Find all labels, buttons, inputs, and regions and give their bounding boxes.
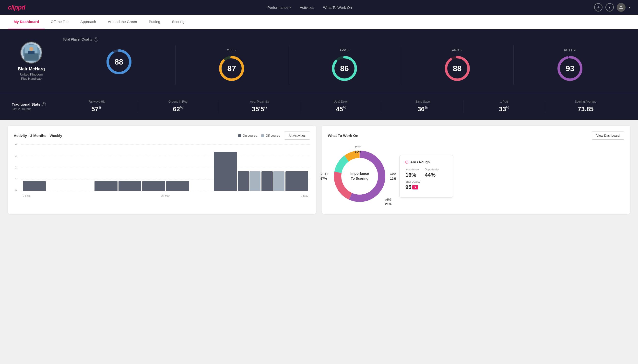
info-row-bottom: Shot Quality 95 ▼ — [405, 180, 447, 190]
legend-dot-oncourse — [238, 134, 241, 137]
bar-oncourse-5 — [142, 181, 165, 191]
app-logo: clippd — [8, 4, 25, 11]
nav-links: Performance ▾ Activities What To Work On — [267, 6, 352, 10]
wtwo-header: What To Work On View Dashboard — [328, 132, 624, 140]
player-name: Blair McHarg — [18, 66, 45, 72]
donut-label-arg: ARG 21% — [385, 197, 391, 206]
activity-bar-chart: 4 3 2 1 0 7 Feb 28 Mar 9 May — [14, 144, 310, 198]
legend-off-course: Off course — [261, 134, 280, 138]
bar-group-0 — [23, 181, 46, 191]
add-button[interactable]: + — [594, 3, 602, 12]
bar-oncourse-6 — [166, 181, 189, 191]
stat-val-sandsave: 36% — [386, 105, 459, 113]
stat-name-gir: Greens In Reg — [141, 100, 215, 104]
grid-label-1: 1 — [15, 178, 17, 180]
info-importance: Importance 16% — [405, 168, 419, 178]
stat-one-putt: 1 Putt 33% — [464, 100, 545, 113]
tab-around-the-green[interactable]: Around the Green — [102, 15, 143, 29]
nav-activities[interactable]: Activities — [300, 6, 314, 10]
player-country: United Kingdom — [20, 72, 43, 76]
ring-putt: 93 — [556, 55, 583, 82]
putt-trend-icon: ↗ — [573, 49, 576, 52]
score-value-arg: 88 — [453, 64, 462, 73]
info-shot-quality: Shot Quality 95 ▼ — [405, 180, 420, 190]
wtwo-content: ImportanceTo Scoring OTT 10% APP 12% ARG… — [328, 144, 624, 208]
ring-arg: 88 — [444, 55, 471, 82]
stat-name-scoringavg: Scoring Average — [549, 100, 622, 104]
stat-val-proximity: 35'5" — [223, 105, 296, 113]
score-card-app: APP ↗ 86 — [288, 46, 401, 85]
nav-dropdown-icon[interactable]: ▾ — [605, 3, 614, 12]
grid-label-4: 4 — [15, 143, 17, 146]
nav-what-to-work-on[interactable]: What To Work On — [323, 6, 352, 10]
activity-chart-title: Activity - 3 Months - Weekly — [14, 134, 62, 138]
bar-empty-2 — [71, 190, 94, 191]
score-card-arg: ARG ↗ 88 — [401, 46, 514, 85]
score-card-ott: OTT ↗ 87 — [175, 46, 288, 85]
bar-oncourse-3 — [95, 181, 117, 191]
activity-chart-header: Activity - 3 Months - Weekly On course O… — [14, 132, 310, 140]
importance-value: 16% — [405, 172, 419, 178]
shot-quality-value: 95 ▼ — [405, 184, 420, 190]
all-activities-button[interactable]: All Activities — [284, 132, 310, 140]
donut-chart-wrapper: ImportanceTo Scoring OTT 10% APP 12% ARG… — [328, 144, 391, 208]
tab-my-dashboard[interactable]: My Dashboard — [8, 15, 45, 29]
bar-group-11 — [285, 171, 308, 191]
opportunity-label: Opportunity — [425, 168, 439, 171]
stat-up-and-down: Up & Down 45% — [300, 100, 382, 113]
activity-chart-card: Activity - 3 Months - Weekly On course O… — [8, 126, 316, 214]
score-value-app: 86 — [340, 64, 349, 73]
stat-val-oneputt: 33% — [467, 105, 541, 113]
tpq-label: Total Player Quality ? — [63, 37, 626, 42]
x-label-may: 9 May — [301, 194, 308, 197]
tab-putting[interactable]: Putting — [143, 15, 166, 29]
stat-fairways-hit: Fairways Hit 57% — [56, 100, 137, 113]
tab-approach[interactable]: Approach — [74, 15, 102, 29]
stat-app-proximity: App. Proximity 35'5" — [219, 100, 300, 113]
score-label-arg: ARG ↗ — [452, 48, 462, 52]
ring-total: 88 — [106, 48, 132, 75]
score-label-ott: OTT ↗ — [227, 48, 237, 52]
tab-scoring[interactable]: Scoring — [166, 15, 190, 29]
bar-oncourse-0 — [23, 181, 46, 191]
importance-label: Importance — [405, 168, 419, 171]
info-opportunity: Opportunity 44% — [425, 168, 439, 178]
bar-group-1 — [47, 190, 70, 191]
help-icon[interactable]: ? — [94, 37, 98, 42]
stat-items: Fairways Hit 57% Greens In Reg 62% App. … — [56, 100, 626, 113]
score-cards: 88 OTT ↗ 87 APP — [63, 46, 626, 85]
nav-right: + ▾ ▾ — [594, 3, 630, 12]
bar-group-8 — [214, 152, 237, 191]
x-axis-labels: 7 Feb 28 Mar 9 May — [21, 194, 310, 197]
wtwo-title: What To Work On — [328, 134, 358, 138]
stat-val-gir: 62% — [141, 105, 215, 113]
score-value-ott: 87 — [228, 64, 236, 73]
donut-label-putt: PUTT 57% — [320, 172, 328, 181]
trad-stats-label: Traditional Stats ? — [12, 102, 56, 106]
view-dashboard-button[interactable]: View Dashboard — [592, 132, 624, 140]
user-profile-button[interactable] — [617, 3, 625, 12]
bar-oncourse-4 — [118, 181, 141, 191]
legend-dot-offcourse — [261, 134, 264, 137]
activity-legend: On course Off course — [238, 134, 280, 138]
user-menu-chevron[interactable]: ▾ — [628, 6, 630, 9]
score-label-putt: PUTT ↗ — [564, 48, 576, 52]
score-value-total: 88 — [115, 58, 123, 66]
score-card-total: 88 — [63, 46, 175, 85]
bar-group-10 — [262, 171, 284, 191]
grid-label-3: 3 — [15, 154, 17, 157]
shot-quality-label: Shot Quality — [405, 180, 420, 183]
x-label-mar: 28 Mar — [161, 194, 169, 197]
stat-greens-in-reg: Greens In Reg 62% — [137, 100, 219, 113]
chevron-down-icon: ▾ — [289, 6, 291, 9]
bar-empty-1 — [47, 190, 70, 191]
scores-section: Total Player Quality ? 88 OTT ↗ — [63, 37, 626, 85]
app-trend-icon: ↗ — [347, 49, 349, 52]
stat-val-fairways: 57% — [60, 105, 133, 113]
tab-off-the-tee[interactable]: Off the Tee — [45, 15, 74, 29]
bars-container — [21, 144, 310, 191]
donut-label-ott: OTT 10% — [355, 145, 361, 154]
nav-performance[interactable]: Performance ▾ — [267, 6, 291, 10]
info-row-top: Importance 16% Opportunity 44% — [405, 168, 447, 178]
trad-help-icon[interactable]: ? — [42, 102, 46, 106]
